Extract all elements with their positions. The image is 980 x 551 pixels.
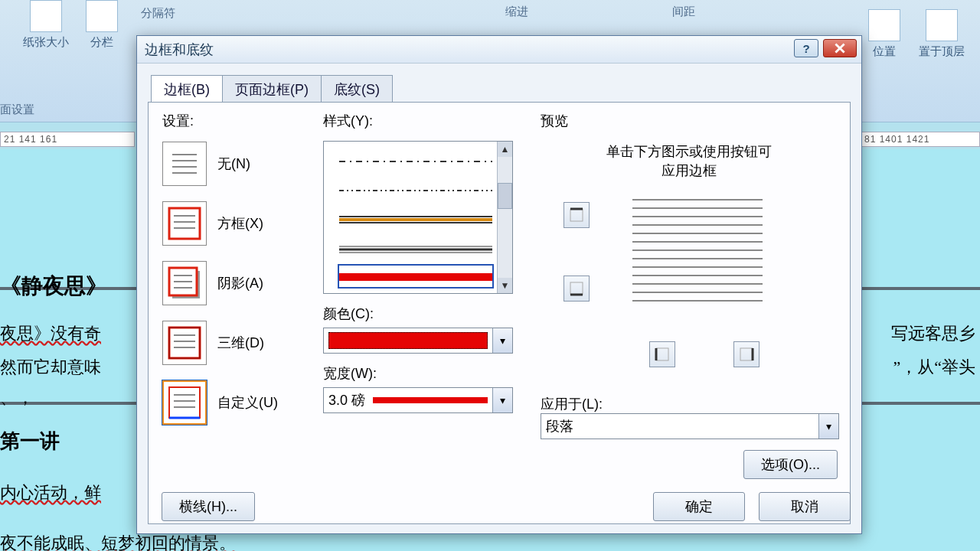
- bring-front-icon[interactable]: [926, 9, 958, 41]
- horizontal-line-button[interactable]: 横线(H)...: [162, 492, 255, 521]
- style-thick-red[interactable]: [338, 264, 494, 289]
- style-dash[interactable]: [339, 152, 492, 171]
- preview-hint-l1: 单击下方图示或使用按钮可: [606, 144, 772, 159]
- svg-rect-32: [570, 209, 583, 221]
- style-thinthick[interactable]: [339, 240, 492, 258]
- apply-to-value: 段落: [546, 417, 573, 435]
- ruler-left: 21 141 161: [0, 132, 135, 147]
- page-size-label: 纸张大小: [23, 35, 69, 50]
- none-icon: [166, 145, 203, 182]
- border-top-button[interactable]: [564, 202, 590, 228]
- svg-rect-34: [570, 282, 583, 295]
- ribbon-group-indent: 缩进: [505, 5, 528, 19]
- scroll-down-icon[interactable]: ▼: [498, 278, 512, 293]
- setting-shadow-label: 阴影(A): [217, 274, 263, 292]
- setting-3d-label: 三维(D): [217, 334, 264, 352]
- doc-p5: 夜不能成眠、短梦初回的情景。: [0, 532, 236, 551]
- position-icon[interactable]: [868, 9, 900, 41]
- position-label: 位置: [873, 44, 896, 59]
- border-left-button[interactable]: [649, 341, 675, 367]
- svg-rect-4: [169, 208, 200, 239]
- preview-label: 预览: [541, 112, 838, 130]
- width-value: 3.0 磅: [328, 391, 365, 409]
- setting-shadow[interactable]: 阴影(A): [162, 260, 308, 306]
- scroll-up-icon[interactable]: ▲: [498, 142, 512, 157]
- setting-none-label: 无(N): [217, 155, 250, 173]
- tab-shading[interactable]: 底纹(S): [321, 75, 393, 104]
- close-icon: [835, 43, 845, 54]
- page-size-icon[interactable]: [30, 0, 62, 32]
- tab-page-borders[interactable]: 页面边框(P): [222, 75, 322, 104]
- ruler-right: 81 1401 1421: [861, 132, 980, 147]
- dialog-buttons: 横线(H)... 确定 取消: [148, 492, 851, 521]
- columns-label: 分栏: [90, 35, 113, 50]
- breaks-label[interactable]: 分隔符: [141, 6, 175, 21]
- borders-shading-dialog: 边框和底纹 ? 边框(B) 页面边框(P) 底纹(S) 设置: 无(N): [136, 35, 862, 534]
- dialog-title: 边框和底纹: [145, 41, 214, 59]
- svg-rect-38: [740, 348, 753, 360]
- border-bottom-button[interactable]: [564, 276, 590, 302]
- width-combo[interactable]: 3.0 磅 ▾: [323, 387, 513, 413]
- ribbon-group-spacing: 间距: [672, 5, 695, 19]
- doc-title: 《静夜思》: [0, 272, 107, 301]
- tab-borders[interactable]: 边框(B): [151, 75, 223, 104]
- setting-custom[interactable]: 自定义(U): [162, 380, 308, 425]
- doc-p4: 内心活动，鲜: [0, 481, 101, 504]
- setting-3d[interactable]: 三维(D): [162, 320, 308, 366]
- style-label: 样式(Y):: [323, 112, 522, 130]
- tabs: 边框(B) 页面边框(P) 底纹(S): [137, 64, 861, 103]
- doc-heading: 第一讲: [0, 428, 60, 455]
- chevron-down-icon[interactable]: ▾: [492, 328, 512, 353]
- shadow-icon: [166, 265, 203, 302]
- svg-rect-14: [169, 328, 200, 358]
- border-right-button[interactable]: [733, 341, 760, 367]
- preview-hint: 单击下方图示或使用按钮可 应用边框: [541, 142, 838, 181]
- style-dashdot[interactable]: [339, 181, 492, 200]
- custom-icon: [166, 384, 203, 421]
- close-button[interactable]: [823, 39, 857, 57]
- setting-box[interactable]: 方框(X): [162, 201, 308, 246]
- doc-p1: 夜思》没有奇: [0, 322, 101, 345]
- columns-icon[interactable]: [86, 0, 118, 32]
- doc-right1: 写远客思乡: [891, 322, 975, 345]
- scroll-thumb[interactable]: [498, 183, 512, 209]
- setting-none[interactable]: 无(N): [162, 141, 308, 187]
- style-scrollbar[interactable]: ▲ ▼: [497, 142, 512, 293]
- doc-p3: 、，: [0, 386, 34, 409]
- style-list[interactable]: ▲ ▼: [323, 141, 513, 294]
- color-label: 颜色(C):: [323, 305, 522, 323]
- svg-rect-13: [169, 328, 200, 358]
- tab-content: 设置: 无(N) 方框(X) 阴影(A) 三维(D): [148, 102, 851, 524]
- setting-box-label: 方框(X): [217, 214, 263, 233]
- svg-rect-18: [169, 387, 200, 418]
- dialog-titlebar[interactable]: 边框和底纹 ?: [137, 36, 861, 64]
- ok-button[interactable]: 确定: [653, 492, 745, 521]
- setting-custom-label: 自定义(U): [217, 393, 278, 412]
- page-setup-group: 面设置: [0, 103, 34, 117]
- apply-to-combo[interactable]: 段落 ▾: [541, 413, 839, 439]
- settings-label: 设置:: [162, 112, 308, 130]
- svg-rect-31: [339, 273, 492, 281]
- preview-box: [541, 199, 838, 390]
- doc-right2: ”，从“举头: [893, 356, 975, 379]
- color-combo[interactable]: ▾: [323, 328, 513, 354]
- svg-rect-36: [656, 348, 668, 360]
- chevron-down-icon[interactable]: ▾: [492, 388, 512, 412]
- chevron-down-icon[interactable]: ▾: [818, 414, 838, 439]
- preview-hint-l2: 应用边框: [662, 163, 717, 178]
- cancel-button[interactable]: 取消: [759, 492, 851, 521]
- width-label: 宽度(W):: [323, 364, 522, 383]
- threeD-icon: [166, 324, 203, 361]
- box-icon: [166, 205, 203, 242]
- width-sample: [373, 397, 488, 403]
- style-triple[interactable]: [339, 210, 492, 229]
- doc-p2: 然而它却意味: [0, 356, 101, 379]
- options-button[interactable]: 选项(O)...: [743, 450, 838, 479]
- bring-front-label: 置于顶层: [919, 44, 965, 59]
- apply-to-label: 应用于(L):: [541, 395, 838, 413]
- preview-paragraph[interactable]: [632, 199, 763, 306]
- color-swatch: [328, 332, 488, 349]
- help-button[interactable]: ?: [794, 39, 818, 57]
